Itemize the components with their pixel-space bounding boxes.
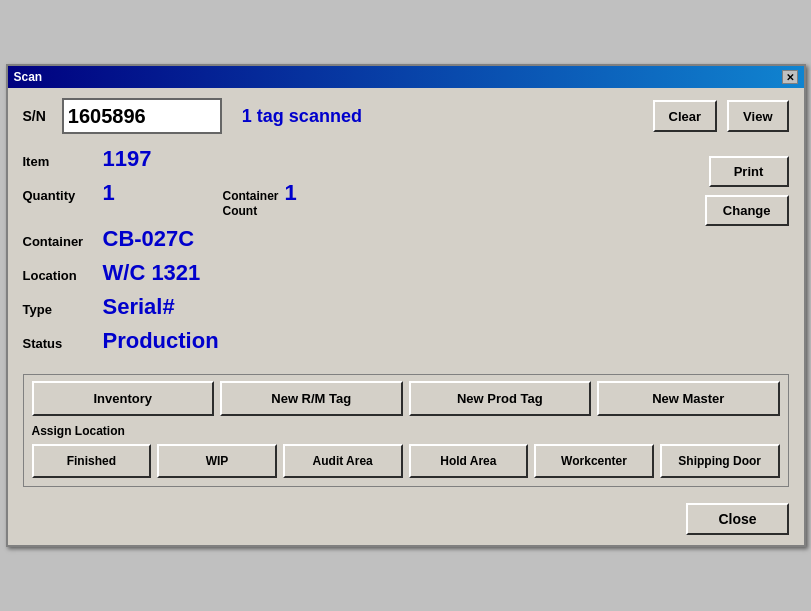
item-row: Item 1197 <box>23 146 695 172</box>
qty-left: Quantity 1 <box>23 180 223 206</box>
top-row: S/N 1 tag scanned Clear View <box>23 98 789 134</box>
quantity-value: 1 <box>103 180 115 206</box>
info-section: Item 1197 Quantity 1 ContainerCount 1 <box>23 146 789 362</box>
new-prod-tag-button[interactable]: New Prod Tag <box>409 381 592 416</box>
clear-button[interactable]: Clear <box>653 100 718 132</box>
bottom-bar: Close <box>8 497 804 545</box>
container-count-label: ContainerCount <box>223 189 279 218</box>
print-button[interactable]: Print <box>709 156 789 187</box>
workcenter-button[interactable]: Workcenter <box>534 444 654 478</box>
item-value: 1197 <box>103 146 152 172</box>
container-count-value: 1 <box>285 180 297 206</box>
new-rm-tag-button[interactable]: New R/M Tag <box>220 381 403 416</box>
hold-area-button[interactable]: Hold Area <box>409 444 529 478</box>
window-title: Scan <box>14 70 43 84</box>
container-count-area: ContainerCount 1 <box>223 180 297 218</box>
main-content: S/N 1 tag scanned Clear View Item 1197 Q… <box>8 88 804 497</box>
quantity-label: Quantity <box>23 188 103 203</box>
info-right-buttons: Print Change <box>705 146 789 362</box>
quantity-row: Quantity 1 ContainerCount 1 <box>23 180 695 218</box>
location-row: Location W/C 1321 <box>23 260 695 286</box>
assign-location-section: Assign Location Finished WIP Audit Area … <box>32 424 780 478</box>
assign-row: Finished WIP Audit Area Hold Area Workce… <box>32 444 780 478</box>
title-close-button[interactable]: ✕ <box>782 70 798 84</box>
action-section: Inventory New R/M Tag New Prod Tag New M… <box>23 374 789 487</box>
location-value: W/C 1321 <box>103 260 201 286</box>
close-icon: ✕ <box>786 72 794 83</box>
new-master-button[interactable]: New Master <box>597 381 780 416</box>
shipping-door-button[interactable]: Shipping Door <box>660 444 780 478</box>
wip-button[interactable]: WIP <box>157 444 277 478</box>
container-value: CB-027C <box>103 226 195 252</box>
scan-window: Scan ✕ S/N 1 tag scanned Clear View Item… <box>6 64 806 547</box>
inventory-button[interactable]: Inventory <box>32 381 215 416</box>
info-left: Item 1197 Quantity 1 ContainerCount 1 <box>23 146 695 362</box>
view-button[interactable]: View <box>727 100 788 132</box>
finished-button[interactable]: Finished <box>32 444 152 478</box>
tag-scanned-text: 1 tag scanned <box>242 106 643 127</box>
close-button[interactable]: Close <box>686 503 788 535</box>
change-button[interactable]: Change <box>705 195 789 226</box>
sn-input[interactable] <box>62 98 222 134</box>
container-row: Container CB-027C <box>23 226 695 252</box>
sn-label: S/N <box>23 108 46 124</box>
assign-location-label: Assign Location <box>32 424 780 438</box>
container-label: Container <box>23 234 103 249</box>
type-value: Serial# <box>103 294 175 320</box>
status-row: Status Production <box>23 328 695 354</box>
status-label: Status <box>23 336 103 351</box>
action-row: Inventory New R/M Tag New Prod Tag New M… <box>32 381 780 416</box>
type-row: Type Serial# <box>23 294 695 320</box>
audit-area-button[interactable]: Audit Area <box>283 444 403 478</box>
status-value: Production <box>103 328 219 354</box>
title-bar: Scan ✕ <box>8 66 804 88</box>
type-label: Type <box>23 302 103 317</box>
item-label: Item <box>23 154 103 169</box>
location-label: Location <box>23 268 103 283</box>
